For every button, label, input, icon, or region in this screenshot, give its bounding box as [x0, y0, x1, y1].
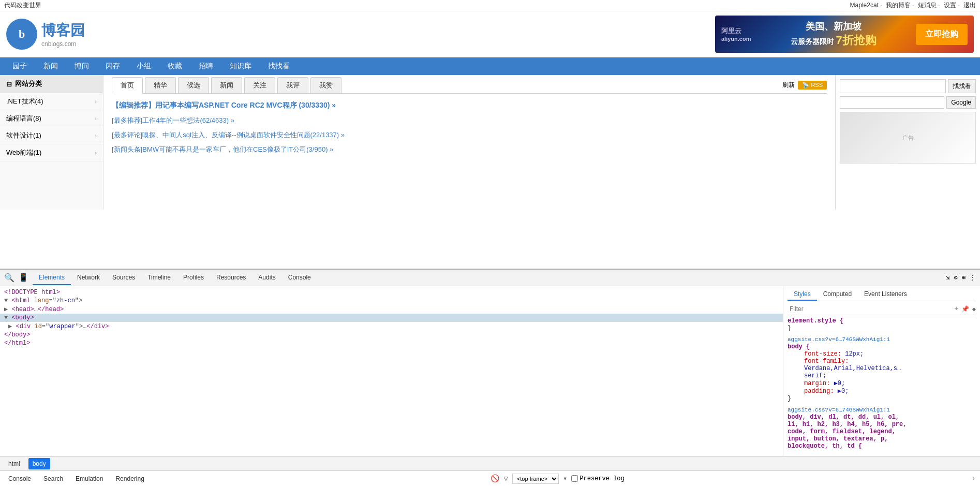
tab-mycomment[interactable]: 我评 — [277, 77, 308, 93]
top-bar-right: Maple2cat · 我的博客 · 短消息 · 设置 · 退出 — [848, 1, 976, 10]
header: b 博客园 cnblogs.com 阿里云 aliyun.com 美国、新加坡 … — [0, 11, 980, 57]
featured-article: 【编辑推荐】用记事本编写ASP.NET Core RC2 MVC程序 (30/3… — [112, 98, 827, 113]
sidebar-item-label: .NET技术(4) — [6, 97, 43, 106]
logout-link[interactable]: 退出 — [963, 2, 976, 9]
sidebar-item-label: 编程语言(8) — [6, 114, 41, 123]
banner-img-placeholder: 广告 — [840, 112, 976, 164]
banner[interactable]: 阿里云 aliyun.com 美国、新加坡 云服务器限时 7折抢购 立即抢购 — [715, 16, 974, 53]
nav-search[interactable]: 找找看 — [260, 57, 298, 75]
message-link[interactable]: 短消息 — [918, 2, 937, 9]
article-item-0: [最多推荐]工作4年的一些想法(62/4633) » — [112, 113, 827, 128]
sidebar-item-label: 软件设计(1) — [6, 131, 41, 140]
logo-text-group: 博客园 cnblogs.com — [41, 21, 85, 48]
nav-bowen[interactable]: 博问 — [66, 57, 97, 75]
sidebar-arrow: › — [95, 98, 97, 105]
rss-button[interactable]: 📡 RSS — [798, 81, 827, 90]
right-sidebar: 找找看 Google 广告 — [835, 75, 980, 210]
sidebar-item-lang[interactable]: 编程语言(8) › — [0, 110, 103, 127]
svg-text:b: b — [19, 27, 25, 40]
sidebar-item-label: Web前端(1) — [6, 148, 41, 157]
rss-label: RSS — [811, 82, 823, 88]
google-button[interactable]: Google — [946, 96, 976, 109]
tabs-right: 刷新 📡 RSS — [782, 81, 827, 90]
username-link[interactable]: Maple2cat — [850, 2, 879, 9]
logo-icon: b — [6, 19, 37, 50]
main-content: 首页 精华 候选 新闻 关注 我评 我赞 刷新 📡 RSS 【编辑推荐】用记事本… — [103, 75, 835, 210]
sidebar-arrow: › — [95, 132, 97, 139]
search-box-1: 找找看 — [840, 79, 976, 93]
featured-article-link[interactable]: 【编辑推荐】用记事本编写ASP.NET Core RC2 MVC程序 (30/3… — [112, 101, 336, 109]
sidebar-item-web[interactable]: Web前端(1) › — [0, 144, 103, 161]
banner-text: 美国、新加坡 云服务器限时 7折抢购 — [791, 20, 877, 48]
sidebar-icon: ⊟ — [6, 80, 12, 88]
article-item-1: [最多评论]嗅探、中间人sql注入、反编译--例说桌面软件安全性问题(22/13… — [112, 128, 827, 142]
search-input-1[interactable] — [840, 79, 946, 93]
tab-featured[interactable]: 精华 — [145, 77, 176, 93]
my-blog-link[interactable]: 我的博客 — [886, 2, 911, 9]
logo: b 博客园 cnblogs.com — [6, 19, 85, 50]
rss-icon: 📡 — [802, 82, 809, 88]
nav-news[interactable]: 新闻 — [35, 57, 66, 75]
tab-mylike[interactable]: 我赞 — [310, 77, 341, 93]
content-area: ⊟ 网站分类 .NET技术(4) › 编程语言(8) › 软件设计(1) › W… — [0, 75, 980, 210]
nav-flash[interactable]: 闪存 — [97, 57, 128, 75]
nav-group[interactable]: 小组 — [128, 57, 159, 75]
article-link-0[interactable]: [最多推荐]工作4年的一些想法(62/4633) » — [112, 116, 234, 124]
nav-yuanzi[interactable]: 园子 — [4, 57, 35, 75]
banner-logo: 阿里云 aliyun.com — [721, 26, 751, 42]
site-name: 代码改变世界 — [4, 1, 41, 10]
article-link-1[interactable]: [最多评论]嗅探、中间人sql注入、反编译--例说桌面软件安全性问题(22/13… — [112, 131, 345, 139]
nav-knowledge[interactable]: 知识库 — [221, 57, 260, 75]
article-item-2: [新闻头条]BMW可能不再只是一家车厂，他们在CES像极了IT公司(3/950)… — [112, 142, 827, 157]
logo-text: 博客园 — [41, 21, 85, 40]
sidebar-title-text: 网站分类 — [15, 79, 42, 89]
tab-follow[interactable]: 关注 — [244, 77, 275, 93]
sidebar: ⊟ 网站分类 .NET技术(4) › 编程语言(8) › 软件设计(1) › W… — [0, 75, 103, 210]
article-link-2[interactable]: [新闻头条]BMW可能不再只是一家车厂，他们在CES像极了IT公司(3/950)… — [112, 145, 333, 153]
search-button-1[interactable]: 找找看 — [948, 79, 976, 93]
refresh-label[interactable]: 刷新 — [782, 81, 795, 90]
nav-collect[interactable]: 收藏 — [159, 57, 190, 75]
banner-cta[interactable]: 立即抢购 — [916, 24, 968, 45]
sidebar-arrow: › — [95, 150, 97, 156]
settings-link[interactable]: 设置 — [944, 2, 956, 9]
tabs-left: 首页 精华 候选 新闻 关注 我评 我赞 — [112, 77, 341, 93]
main-nav: 园子 新闻 博问 闪存 小组 收藏 招聘 知识库 找找看 — [0, 57, 980, 75]
nav-jobs[interactable]: 招聘 — [190, 57, 221, 75]
logo-sub: cnblogs.com — [41, 40, 85, 48]
sidebar-item-design[interactable]: 软件设计(1) › — [0, 127, 103, 144]
sidebar-arrow: › — [95, 115, 97, 122]
sidebar-title: ⊟ 网站分类 — [0, 75, 103, 93]
top-bar: 代码改变世界 Maple2cat · 我的博客 · 短消息 · 设置 · 退出 — [0, 0, 980, 11]
tab-home[interactable]: 首页 — [112, 77, 143, 94]
tabs: 首页 精华 候选 新闻 关注 我评 我赞 刷新 📡 RSS — [112, 75, 827, 94]
search-input-2[interactable] — [840, 96, 944, 109]
tab-candidate[interactable]: 候选 — [178, 77, 209, 93]
tab-news[interactable]: 新闻 — [211, 77, 242, 93]
sidebar-item-dotnet[interactable]: .NET技术(4) › — [0, 93, 103, 110]
search-box-2: Google — [840, 96, 976, 109]
